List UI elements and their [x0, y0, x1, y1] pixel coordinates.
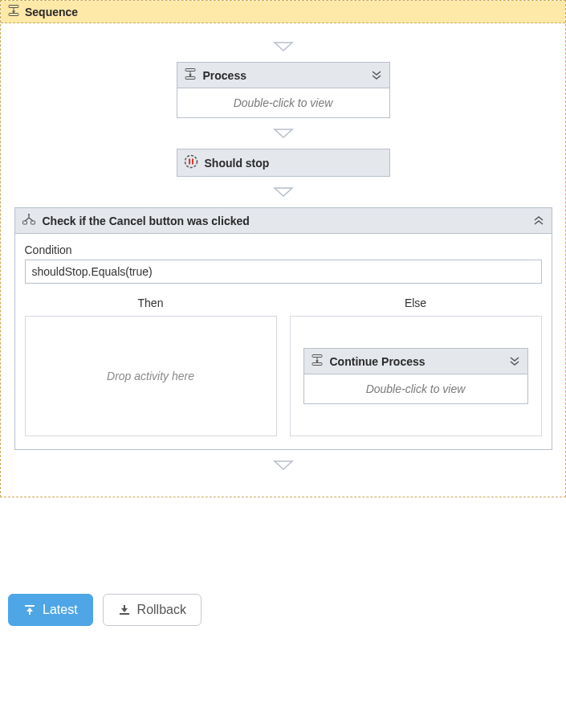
svg-marker-9	[275, 129, 292, 137]
rollback-button[interactable]: Rollback	[103, 594, 202, 626]
insert-point[interactable]	[273, 128, 294, 139]
if-activity[interactable]: Check if the Cancel button was clicked C…	[14, 207, 552, 450]
continue-process-title: Continue Process	[330, 355, 426, 368]
else-label: Else	[290, 293, 542, 316]
svg-rect-20	[312, 355, 322, 358]
collapse-up-icon[interactable]	[532, 215, 545, 227]
continue-process-icon	[311, 354, 324, 369]
process-title: Process	[203, 69, 246, 82]
continue-process-activity[interactable]: Continue Process Double-click to view	[303, 348, 528, 404]
svg-rect-21	[312, 363, 322, 366]
svg-point-19	[28, 214, 30, 215]
svg-rect-0	[9, 6, 18, 8]
svg-rect-1	[9, 14, 18, 16]
upload-icon	[23, 603, 36, 616]
if-header[interactable]: Check if the Cancel button was clicked	[15, 208, 552, 234]
insert-point[interactable]	[273, 460, 294, 471]
svg-rect-12	[192, 159, 193, 165]
svg-line-15	[25, 218, 29, 221]
process-activity[interactable]: Process Double-click to view	[177, 62, 390, 118]
should-stop-activity[interactable]: Should stop	[177, 149, 390, 177]
svg-marker-24	[275, 461, 292, 469]
sequence-header[interactable]: Sequence	[1, 1, 565, 23]
sequence-icon	[7, 4, 20, 19]
sequence-activity[interactable]: Sequence Process	[0, 0, 566, 497]
svg-marker-29	[121, 608, 128, 612]
button-row: Latest Rollback	[0, 594, 566, 626]
process-icon	[184, 67, 197, 83]
latest-button[interactable]: Latest	[8, 594, 93, 626]
insert-point[interactable]	[273, 186, 294, 198]
svg-marker-4	[275, 43, 292, 51]
sequence-title: Sequence	[25, 6, 78, 18]
process-body[interactable]: Double-click to view	[177, 88, 389, 117]
if-title: Check if the Cancel button was clicked	[43, 215, 250, 227]
svg-rect-17	[22, 221, 26, 224]
svg-rect-6	[185, 77, 195, 80]
else-drop-zone[interactable]: Continue Process Double-click to view	[290, 316, 542, 436]
if-icon	[22, 213, 36, 228]
process-header[interactable]: Process	[177, 63, 389, 88]
rollback-label: Rollback	[137, 603, 186, 617]
continue-process-body[interactable]: Double-click to view	[304, 374, 527, 403]
expand-down-icon[interactable]	[370, 70, 383, 81]
sequence-body: Process Double-click to view	[1, 23, 565, 497]
then-label: Then	[25, 293, 277, 316]
svg-point-10	[185, 156, 197, 168]
condition-input[interactable]	[25, 260, 542, 284]
if-body: Condition Then Drop activity here Else	[15, 234, 552, 449]
drop-hint: Drop activity here	[107, 370, 194, 382]
else-branch: Else	[290, 293, 542, 436]
insert-point[interactable]	[273, 41, 294, 52]
download-icon	[118, 603, 131, 616]
continue-process-header[interactable]: Continue Process	[304, 349, 527, 374]
then-drop-zone[interactable]: Drop activity here	[25, 316, 277, 436]
svg-marker-13	[275, 188, 292, 196]
condition-label: Condition	[25, 243, 542, 256]
svg-rect-18	[31, 221, 35, 224]
pause-icon	[184, 154, 198, 171]
svg-line-16	[29, 218, 33, 221]
latest-label: Latest	[43, 603, 78, 617]
svg-rect-5	[185, 69, 195, 72]
svg-rect-11	[189, 159, 190, 165]
then-branch: Then Drop activity here	[25, 293, 277, 436]
expand-down-icon[interactable]	[508, 356, 521, 367]
should-stop-title: Should stop	[205, 157, 270, 170]
